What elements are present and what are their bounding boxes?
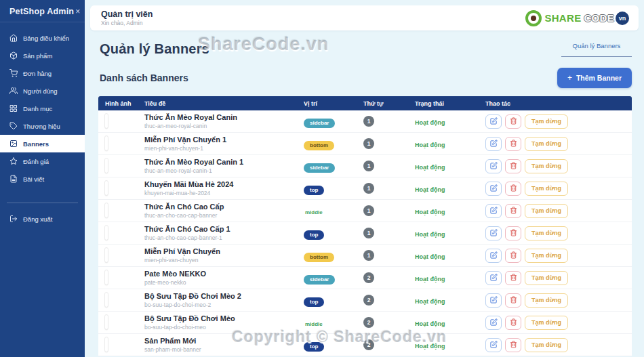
table-row: Thức Ăn Chó Cao Cấp 1 thuc-an-cho-cao-ca… — [98, 222, 632, 245]
delete-button[interactable] — [505, 316, 521, 330]
delete-button[interactable] — [505, 204, 521, 218]
close-icon[interactable]: × — [74, 7, 81, 16]
edit-icon — [490, 228, 498, 238]
edit-button[interactable] — [485, 182, 502, 196]
edit-icon — [490, 139, 498, 149]
sidebar-item-users[interactable]: Người dùng — [0, 82, 85, 100]
banner-slug: thuc-an-meo-royal-canin-1 — [144, 167, 304, 175]
trash-icon — [510, 273, 517, 283]
banner-thumbnail — [105, 226, 108, 240]
file-text-icon — [9, 175, 18, 183]
banner-title: Sản Phẩm Mới — [144, 336, 304, 346]
delete-button[interactable] — [505, 137, 521, 151]
order-badge: 1 — [363, 250, 374, 261]
sidebar-item-label: Banners — [23, 140, 49, 148]
delete-button[interactable] — [505, 293, 521, 308]
topbar-user: Quản trị viên Xin chào, Admin — [101, 9, 153, 27]
sidebar-item-posts[interactable]: Bài viết — [0, 170, 85, 188]
order-badge: 1 — [363, 161, 374, 171]
sidebar-item-products[interactable]: Sản phẩm — [0, 47, 85, 64]
position-badge: top — [304, 186, 324, 195]
banner-thumbnail — [105, 159, 108, 173]
status-badge: Hoạt động — [415, 209, 445, 215]
banner-thumbnail — [105, 315, 108, 329]
table-row: Bộ Sưu Tập Đồ Chơi Mèo bo-suu-tap-do-cho… — [98, 312, 632, 334]
edit-icon — [490, 206, 498, 216]
order-badge: 1 — [363, 116, 374, 127]
sidebar-item-label: Đăng xuất — [23, 215, 52, 223]
pause-button[interactable]: Tạm dừng — [525, 137, 568, 151]
delete-button[interactable] — [505, 159, 521, 173]
edit-button[interactable] — [485, 293, 502, 308]
sidebar-header: PetShop Admin × — [0, 0, 85, 22]
edit-button[interactable] — [485, 159, 502, 173]
cart-icon — [9, 69, 18, 77]
trash-icon — [510, 184, 517, 194]
sidebar-item-logout[interactable]: Đăng xuất — [0, 210, 85, 228]
edit-icon — [490, 340, 498, 350]
banner-thumbnail — [105, 248, 108, 262]
pause-button[interactable]: Tạm dừng — [525, 114, 568, 129]
section-title: Danh sách Banners — [100, 72, 188, 83]
sidebar-item-label: Người dùng — [23, 87, 58, 95]
delete-button[interactable] — [505, 114, 521, 129]
pause-button[interactable]: Tạm dừng — [525, 226, 568, 240]
edit-button[interactable] — [485, 114, 502, 129]
edit-icon — [490, 273, 498, 283]
banner-slug: thuc-an-cho-cao-cap-banner-1 — [144, 234, 304, 242]
section-row: Danh sách Banners + Thêm Banner — [85, 57, 644, 96]
add-banner-button[interactable]: + Thêm Banner — [557, 68, 632, 88]
edit-button[interactable] — [485, 204, 502, 218]
position-badge: middle — [304, 208, 329, 217]
image-icon — [9, 140, 18, 148]
delete-button[interactable] — [505, 226, 521, 240]
edit-button[interactable] — [485, 271, 502, 285]
delete-button[interactable] — [505, 249, 521, 263]
pause-button[interactable]: Tạm dừng — [525, 159, 568, 173]
edit-button[interactable] — [485, 137, 502, 151]
pause-button[interactable]: Tạm dừng — [525, 271, 568, 285]
delete-button[interactable] — [505, 271, 521, 285]
edit-icon — [490, 251, 498, 261]
pause-button[interactable]: Tạm dừng — [525, 204, 568, 218]
sidebar-item-brands[interactable]: Thương hiệu — [0, 117, 85, 135]
pause-button[interactable]: Tạm dừng — [525, 338, 568, 352]
delete-button[interactable] — [505, 182, 521, 196]
pause-button[interactable]: Tạm dừng — [525, 316, 568, 330]
edit-button[interactable] — [485, 249, 502, 263]
page-header: Quản lý Banners Quản lý Banners — [85, 30, 644, 57]
position-badge: sidebar — [304, 163, 335, 173]
table-row: Thức Ăn Chó Cao Cấp thuc-an-cho-cao-cap-… — [98, 200, 632, 222]
banner-title: Pate Mèo NEKKO — [144, 269, 304, 279]
sidebar-item-label: Đơn hàng — [23, 70, 52, 77]
status-badge: Hoạt động — [415, 298, 445, 305]
banner-slug: bo-suu-tap-do-choi-meo-2 — [144, 301, 304, 309]
pause-button[interactable]: Tạm dừng — [525, 249, 568, 263]
banner-thumbnail — [105, 270, 108, 285]
edit-button[interactable] — [485, 226, 502, 240]
sidebar-item-dashboard[interactable]: Bảng điều khiển — [0, 29, 85, 47]
order-badge: 1 — [363, 183, 374, 194]
position-badge: bottom — [304, 141, 334, 150]
breadcrumb[interactable]: Quản lý Banners — [561, 42, 632, 57]
banner-slug: pate-meo-nekko — [144, 279, 304, 287]
sidebar-item-banners[interactable]: Banners — [0, 135, 85, 152]
sidebar-item-orders[interactable]: Đơn hàng — [0, 64, 85, 82]
edit-button[interactable] — [485, 338, 502, 352]
topbar-title: Quản trị viên — [101, 9, 153, 20]
banner-title: Miễn Phí Vận Chuyển 1 — [144, 135, 304, 145]
status-badge: Hoạt động — [415, 164, 445, 171]
pause-button[interactable]: Tạm dừng — [525, 293, 568, 308]
banner-thumbnail — [105, 337, 108, 352]
status-badge: Hoạt động — [415, 142, 445, 148]
pause-button[interactable]: Tạm dừng — [525, 182, 568, 196]
tag-icon — [9, 122, 18, 130]
position-badge: top — [304, 342, 324, 352]
sidebar-item-categories[interactable]: Danh mục — [0, 100, 85, 117]
edit-button[interactable] — [485, 316, 502, 330]
banner-slug: san-pham-moi-banner — [144, 346, 304, 354]
status-badge: Hoạt động — [415, 343, 445, 350]
sidebar-item-reviews[interactable]: Đánh giá — [0, 152, 85, 170]
trash-icon — [510, 318, 517, 328]
delete-button[interactable] — [505, 338, 521, 352]
